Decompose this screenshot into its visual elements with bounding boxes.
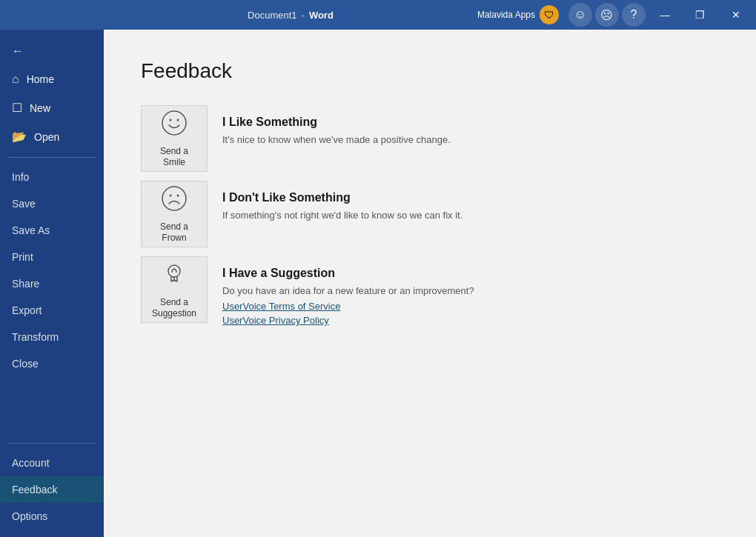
- open-label: Open: [34, 131, 59, 143]
- titlebar: Document1 - Word Malavida Apps 🛡 ☺ ☹ ? —…: [0, 0, 756, 30]
- sidebar-item-open[interactable]: 📂 Open: [0, 122, 104, 151]
- malavida-section: Malavida Apps 🛡: [477, 5, 559, 24]
- sidebar-item-close[interactable]: Close: [0, 350, 104, 377]
- app-name: Word: [309, 10, 334, 21]
- frown-card-text: I Don't Like Something If something's no…: [208, 181, 719, 233]
- frown-card-title: I Don't Like Something: [222, 191, 704, 204]
- frown-icon: ☹: [600, 8, 613, 22]
- info-label: Info: [12, 171, 29, 183]
- doc-name: Document1: [248, 10, 296, 21]
- share-label: Share: [12, 278, 39, 290]
- titlebar-right: Malavida Apps 🛡 ☺ ☹ ? — ❐ ✕: [477, 0, 753, 30]
- restore-button[interactable]: ❐: [683, 0, 717, 30]
- suggestion-card-text: I Have a Suggestion Do you have an idea …: [208, 256, 719, 336]
- feedback-label: Feedback: [12, 484, 57, 496]
- svg-point-2: [177, 119, 179, 121]
- new-icon: ☐: [12, 101, 22, 115]
- sidebar-divider-2: [7, 443, 96, 444]
- frown-card-icon-label: Send a Frown: [160, 221, 188, 243]
- titlebar-center: Document1 - Word: [248, 10, 334, 21]
- home-label: Home: [27, 73, 54, 85]
- sidebar-item-transform[interactable]: Transform: [0, 324, 104, 350]
- smile-reaction-button[interactable]: ☺: [568, 3, 592, 27]
- smile-card-text: I Like Something It's nice to know when …: [208, 105, 719, 157]
- print-label: Print: [12, 251, 33, 263]
- svg-point-5: [177, 195, 179, 197]
- shield-icon: 🛡: [544, 9, 554, 21]
- sidebar-item-save[interactable]: Save: [0, 190, 104, 217]
- home-icon: ⌂: [12, 73, 19, 86]
- svg-point-4: [170, 195, 172, 197]
- frown-card-description: If something's not right we'd like to kn…: [222, 209, 704, 222]
- transform-label: Transform: [12, 331, 59, 343]
- sidebar-bottom: Account Feedback Options: [0, 437, 104, 537]
- minimize-icon: —: [660, 9, 670, 21]
- sidebar-item-new[interactable]: ☐ New: [0, 93, 104, 122]
- uservoice-terms-link[interactable]: UserVoice Terms of Service: [222, 301, 704, 312]
- malavida-icon: 🛡: [540, 5, 559, 24]
- uservoice-privacy-link[interactable]: UserVoice Privacy Policy: [222, 315, 704, 326]
- new-label: New: [30, 102, 50, 114]
- sidebar-item-print[interactable]: Print: [0, 244, 104, 270]
- save-as-label: Save As: [12, 224, 50, 236]
- svg-point-6: [168, 265, 180, 277]
- frown-card-icon-box: Send a Frown: [141, 181, 208, 247]
- open-icon: 📂: [12, 130, 27, 144]
- frown-face-icon: [161, 185, 188, 217]
- sidebar-back-button[interactable]: ←: [0, 37, 104, 65]
- feedback-card-frown[interactable]: Send a Frown I Don't Like Something If s…: [141, 181, 719, 247]
- sidebar-item-feedback[interactable]: Feedback: [0, 476, 104, 503]
- smile-card-icon-box: Send a Smile: [141, 105, 208, 172]
- suggestion-card-icon-box: Send a Suggestion: [141, 256, 208, 323]
- page-title: Feedback: [141, 59, 719, 83]
- feedback-card-suggestion[interactable]: Send a Suggestion I Have a Suggestion Do…: [141, 256, 719, 336]
- suggestion-card-title: I Have a Suggestion: [222, 267, 704, 280]
- options-label: Options: [12, 510, 47, 522]
- restore-icon: ❐: [695, 9, 705, 21]
- sidebar-item-home[interactable]: ⌂ Home: [0, 65, 104, 93]
- titlebar-separator: -: [302, 10, 305, 21]
- smile-card-description: It's nice to know when we've made a posi…: [222, 133, 704, 147]
- main-layout: ← ⌂ Home ☐ New 📂 Open Info Save Save As …: [0, 30, 756, 537]
- save-label: Save: [12, 198, 36, 210]
- sidebar-item-account[interactable]: Account: [0, 450, 104, 476]
- help-icon: ?: [631, 8, 637, 21]
- smile-card-icon-label: Send a Smile: [160, 146, 188, 167]
- close-button[interactable]: ✕: [719, 0, 753, 30]
- malavida-label: Malavida Apps: [477, 10, 535, 20]
- suggestion-card-description: Do you have an idea for a new feature or…: [222, 284, 704, 298]
- frown-reaction-button[interactable]: ☹: [595, 3, 619, 27]
- sidebar: ← ⌂ Home ☐ New 📂 Open Info Save Save As …: [0, 30, 104, 537]
- account-label: Account: [12, 457, 50, 469]
- sidebar-item-save-as[interactable]: Save As: [0, 217, 104, 244]
- smile-icon: ☺: [574, 8, 586, 21]
- sidebar-divider-1: [7, 157, 96, 158]
- back-icon: ←: [12, 44, 24, 58]
- suggestion-icon: [161, 261, 188, 293]
- sidebar-item-share[interactable]: Share: [0, 270, 104, 297]
- sidebar-item-options[interactable]: Options: [0, 503, 104, 530]
- minimize-button[interactable]: —: [648, 0, 682, 30]
- close-icon: ✕: [732, 9, 740, 21]
- close-label: Close: [12, 358, 39, 370]
- sidebar-item-info[interactable]: Info: [0, 164, 104, 190]
- svg-point-0: [162, 111, 186, 135]
- sidebar-item-export[interactable]: Export: [0, 297, 104, 324]
- help-button[interactable]: ?: [622, 3, 646, 27]
- smile-card-title: I Like Something: [222, 116, 704, 129]
- content-area: Feedback Send a Smile I Like S: [104, 30, 756, 537]
- export-label: Export: [12, 304, 42, 316]
- smile-face-icon: [161, 110, 188, 141]
- svg-point-3: [162, 187, 186, 210]
- svg-point-1: [170, 119, 172, 121]
- feedback-card-smile[interactable]: Send a Smile I Like Something It's nice …: [141, 105, 719, 172]
- suggestion-card-icon-label: Send a Suggestion: [152, 297, 196, 318]
